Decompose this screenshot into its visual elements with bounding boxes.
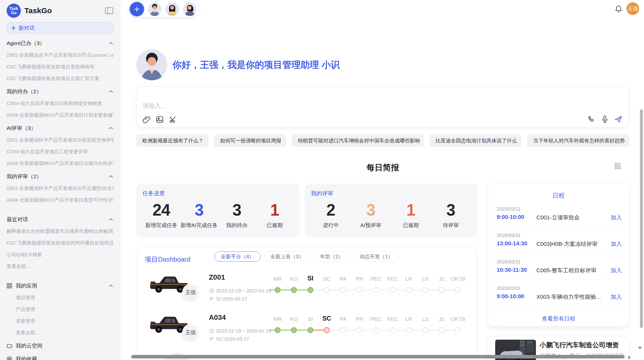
milestone-dot-done xyxy=(308,287,313,293)
section-my-todo[interactable]: 我的待办（2） xyxy=(7,88,113,95)
suggestion-chip[interactable]: 如何写一份清晰的项目周报 xyxy=(214,134,286,147)
stat-ai-prereview: 3 AI预评审 xyxy=(351,199,391,229)
section-title: 我的评审（2） xyxy=(7,173,42,180)
section-title: Agent已办（3） xyxy=(7,40,45,47)
divider xyxy=(0,209,120,210)
chevron-up-icon[interactable] xyxy=(108,175,113,178)
list-item[interactable]: C02-飞腾新能源轻客改款项目立项汇报方案 xyxy=(7,75,113,82)
scroll-right-arrow[interactable] xyxy=(628,355,631,360)
sidebar-item-my-apps[interactable]: 我的应用 xyxy=(7,282,113,289)
list-item[interactable]: Z001-全新燃油轻卡产品开发项目SI造型提交物评审 xyxy=(7,137,113,143)
image-icon[interactable] xyxy=(156,116,164,123)
chevron-up-icon[interactable] xyxy=(108,42,113,45)
sidebar-item-project-mgmt[interactable]: 项目管理 xyxy=(16,294,113,301)
date-range: 2023-12-19 ~ 2027-01-19 xyxy=(216,288,271,294)
section-my-review[interactable]: 我的评审（2） xyxy=(7,173,113,180)
milestone-label: OKTB xyxy=(450,276,466,282)
new-chat-button[interactable]: 新对话 xyxy=(7,22,113,34)
join-link[interactable]: 加入 xyxy=(611,267,622,274)
agent-avatar[interactable] xyxy=(148,2,162,16)
suggestion-chip[interactable]: 特朗普可能对进口汽车增税会对中国车企造成哪些影响 xyxy=(292,134,424,147)
suggestion-chip[interactable]: 欧洲新规最近颁布了什么？ xyxy=(136,134,209,147)
divider xyxy=(497,279,620,280)
milestone-dot-overdue xyxy=(324,327,330,333)
chevron-up-icon[interactable] xyxy=(108,127,113,130)
list-item[interactable]: A034-全新新能源MUV产品开发项目造型可行性评审 xyxy=(7,197,113,203)
divider xyxy=(497,306,620,306)
list-item[interactable]: 公司Q3轻卡销量 xyxy=(7,251,113,258)
sidebar-item-cloud-space[interactable]: 我的云空间 xyxy=(7,342,113,349)
user-avatar[interactable]: 王强 xyxy=(626,2,639,15)
attachment-icon[interactable] xyxy=(143,116,150,123)
project-owner-badge: 王强 xyxy=(182,284,199,301)
add-agent-button[interactable] xyxy=(130,2,144,16)
scissors-icon[interactable] xyxy=(169,116,177,123)
milestone-dot-done xyxy=(308,327,313,333)
milestone-date: SC-2025-05-17 xyxy=(216,336,249,342)
milestone-label-current: SI xyxy=(302,275,319,282)
milestone-label: KO xyxy=(286,276,302,282)
vertical-scrollbar-thumb[interactable] xyxy=(640,109,643,328)
milestone-dot xyxy=(357,327,362,333)
join-link[interactable]: 加入 xyxy=(611,214,622,221)
notification-bell-icon[interactable] xyxy=(615,5,622,13)
project-row[interactable]: 王强 A034 2023-12-19 ~ 2026-01-19 SC-2025-… xyxy=(137,310,477,348)
list-item[interactable]: C02-飞腾新能源轻客改款项目的闭环通告反馈情况 xyxy=(7,240,113,246)
milestone-label: PA xyxy=(335,316,352,322)
section-recent-chats[interactable]: 最近对话 xyxy=(7,216,113,223)
divider xyxy=(0,276,120,276)
chat-input-box[interactable]: 请输入... xyxy=(136,87,629,128)
event-time: 10:30-11:30 xyxy=(497,267,527,273)
chevron-up-icon[interactable] xyxy=(108,218,113,221)
list-item[interactable]: Z001-全新燃油轻卡产品开发项目SI节点属性5D文件评审 xyxy=(7,185,113,192)
join-link[interactable]: 加入 xyxy=(611,293,622,301)
list-item[interactable]: A034-全新新能源MUV产品开发项目计划变更表编写 xyxy=(7,112,113,118)
list-item[interactable]: C02-飞腾新能源轻客改款项目里程碑画布 xyxy=(7,64,113,70)
layout-grid-icon[interactable] xyxy=(614,163,621,169)
sidebar-collapse-icon[interactable] xyxy=(105,7,113,14)
list-item[interactable]: C0X4-动力总成开发项目SI里程碑提交物检查 xyxy=(7,100,113,107)
sidebar-item-change-mgmt[interactable]: 变更管理 xyxy=(16,318,113,324)
project-dashboard-card: 项目Dashboard 全新平台（4） 全新上装（3） 年型（2） 动总开发（1… xyxy=(136,247,477,360)
milestone-label: MR xyxy=(269,316,286,322)
section-ai-review[interactable]: AI评审（3） xyxy=(7,125,113,132)
horizontal-scrollbar-thumb[interactable] xyxy=(131,355,625,358)
chevron-up-icon[interactable] xyxy=(108,90,113,93)
suggestion-chip[interactable]: 比亚迪全固态电池计划具体说了什么 xyxy=(429,134,521,147)
agent-avatar[interactable] xyxy=(165,2,179,16)
logo-text-top: Task xyxy=(9,6,18,11)
my-review-card: 我的评审 2 进行中 3 AI预评审 1 已逾期 3 待评审 xyxy=(305,184,477,237)
view-all-schedule-link[interactable]: 查看所有日程 xyxy=(488,315,629,323)
scroll-down-arrow[interactable] xyxy=(637,346,642,350)
tab-new-platform[interactable]: 全新平台（4） xyxy=(214,251,260,262)
tab-model-year[interactable]: 年型（2） xyxy=(314,251,349,262)
suggestion-chip[interactable]: 当下年轻人对汽车外观有怎样的喜好趋势 xyxy=(527,134,629,147)
section-title: 最近对话 xyxy=(7,216,28,223)
card-title: 我的评审 xyxy=(311,190,471,197)
phone-icon[interactable] xyxy=(588,115,595,123)
list-item[interactable]: A034-全新新能源MUV产品开发项目法规符合性评审 xyxy=(7,160,113,167)
milestone-dot xyxy=(455,327,461,333)
send-icon[interactable] xyxy=(614,115,622,123)
tab-new-body[interactable]: 全新上装（3） xyxy=(264,251,310,262)
list-item[interactable]: C0X4-动力总成开发项目工程变更评审 xyxy=(7,148,113,155)
chevron-up-icon[interactable] xyxy=(108,284,113,287)
list-item[interactable]: 解释最新出台的欧盟报废车法规再生塑料比例被调至15%... xyxy=(7,228,113,235)
view-all-apps-link[interactable]: 查看全部... xyxy=(16,329,113,336)
stat-pending-review: 3 待评审 xyxy=(431,199,471,229)
sidebar-item-product-mgmt[interactable]: 产品管理 xyxy=(16,306,113,313)
list-item[interactable]: Z001-全新燃油皮卡产品开发项目SI节点Lesson Learn报告 xyxy=(7,52,113,58)
owner-name: 王强 xyxy=(185,329,196,336)
view-all-chats-link[interactable]: 查看全部... xyxy=(7,263,113,270)
event-name: C003|H0B-方案冻结评审 xyxy=(536,240,597,248)
project-row[interactable]: 王强 Z001 2023-12-19 ~ 2027-01-19 SI-2025-… xyxy=(137,270,477,308)
section-agent-done[interactable]: Agent已办（3） xyxy=(7,40,113,47)
agent-avatar[interactable] xyxy=(183,2,197,16)
tab-powertrain[interactable]: 动总开发（1） xyxy=(353,251,399,262)
milestone-dot xyxy=(357,287,362,293)
microphone-icon[interactable] xyxy=(601,115,609,123)
sidebar-item-favorites[interactable]: 我的收藏 xyxy=(7,355,113,360)
stat-label: 我的待办 xyxy=(218,222,256,229)
milestone-label: PEC xyxy=(368,276,384,282)
join-link[interactable]: 加入 xyxy=(611,240,622,248)
